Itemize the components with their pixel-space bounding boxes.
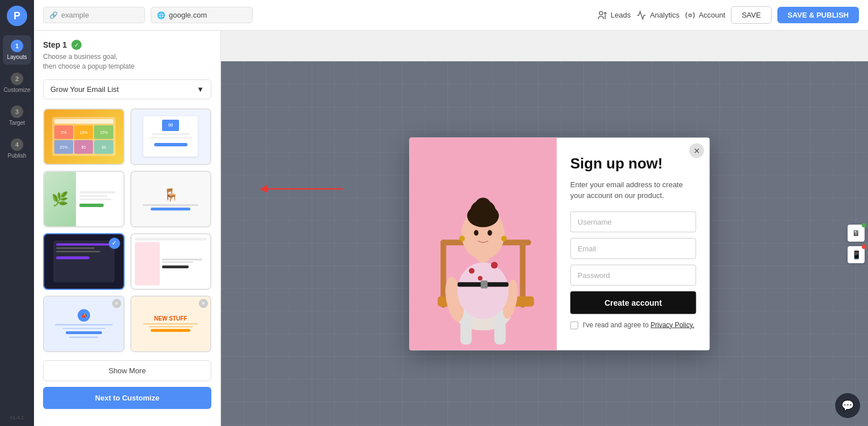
step-number-4: 4 bbox=[11, 138, 23, 151]
svg-point-27 bbox=[469, 268, 475, 273]
step-header: Step 1 ✓ bbox=[43, 40, 211, 50]
template-card-1[interactable]: 5% 10% 15% 20% $5 $8 bbox=[43, 108, 125, 165]
example-url-bar[interactable]: 🔗 example bbox=[43, 7, 145, 23]
privacy-policy-link[interactable]: Privacy Policy. bbox=[650, 320, 694, 328]
svg-point-23 bbox=[459, 235, 465, 241]
sidebar-item-publish[interactable]: 4 Publish bbox=[3, 134, 31, 163]
step-check-icon: ✓ bbox=[71, 40, 82, 50]
privacy-checkbox[interactable] bbox=[571, 321, 578, 329]
template-card-6[interactable] bbox=[130, 233, 212, 290]
account-icon bbox=[685, 10, 695, 20]
sidebar-label-publish: Publish bbox=[8, 153, 27, 159]
step-number-2: 2 bbox=[11, 73, 23, 85]
domain-url-text: google.com bbox=[169, 11, 207, 19]
privacy-checkbox-row: I've read and agree to Privacy Policy. bbox=[571, 320, 696, 329]
template-card-2[interactable]: ✉ bbox=[130, 108, 212, 165]
save-button[interactable]: SAVE bbox=[731, 6, 772, 24]
layout-panel: Step 1 ✓ Choose a business goal, then ch… bbox=[34, 31, 221, 426]
monitor-icon: 🖥 bbox=[852, 229, 860, 238]
popup-content: ✕ Sign up now! Enter your email address … bbox=[557, 137, 710, 350]
close-badge-icon: ✕ bbox=[112, 299, 121, 308]
save-publish-button[interactable]: SAVE & PUBLISH bbox=[777, 7, 859, 23]
popup-modal: ✕ Sign up now! Enter your email address … bbox=[410, 137, 710, 350]
sidebar-item-layouts[interactable]: 1 Layouts bbox=[3, 35, 31, 65]
template-grid: 5% 10% 15% 20% $5 $8 bbox=[43, 108, 211, 352]
svg-point-29 bbox=[478, 276, 483, 280]
right-float-icons: 🖥 📱 bbox=[848, 225, 868, 263]
arrow-pointer bbox=[255, 180, 346, 197]
svg-point-0 bbox=[599, 11, 602, 15]
account-nav-item[interactable]: Account bbox=[685, 10, 725, 20]
analytics-icon bbox=[636, 10, 646, 20]
step-subtitle: Choose a business goal, then choose a po… bbox=[43, 52, 211, 71]
sidebar-label-layouts: Layouts bbox=[7, 54, 27, 60]
sidebar-label-customize: Customize bbox=[3, 87, 30, 93]
step-number-1: 1 bbox=[11, 40, 23, 52]
leads-nav-item[interactable]: Leads bbox=[597, 10, 631, 20]
leads-label: Leads bbox=[611, 11, 631, 19]
popup-image-panel bbox=[410, 137, 557, 350]
app-logo[interactable]: P bbox=[7, 6, 27, 26]
popup-close-button[interactable]: ✕ bbox=[690, 143, 704, 158]
dropdown-value: Grow Your Email List bbox=[50, 85, 119, 94]
create-account-button[interactable]: Create account bbox=[571, 291, 696, 314]
sidebar-item-target[interactable]: 3 Target bbox=[3, 101, 31, 130]
template-card-7[interactable]: ✕ 📣 bbox=[43, 296, 125, 352]
template-card-5[interactable]: ✓ bbox=[43, 233, 125, 290]
topbar: 🔗 example 🌐 google.com Leads Analytics A… bbox=[34, 0, 868, 31]
step-label: Step 1 bbox=[43, 40, 67, 49]
sidebar-label-target: Target bbox=[9, 120, 25, 126]
svg-rect-26 bbox=[481, 280, 488, 288]
username-input[interactable] bbox=[571, 211, 696, 232]
svg-marker-4 bbox=[259, 185, 267, 193]
close-badge-icon-2: ✕ bbox=[199, 299, 208, 308]
account-label: Account bbox=[699, 11, 725, 19]
step-number-3: 3 bbox=[11, 106, 23, 118]
svg-point-1 bbox=[604, 12, 606, 14]
sidebar-item-customize[interactable]: 2 Customize bbox=[3, 68, 31, 98]
email-input[interactable] bbox=[571, 238, 696, 259]
selected-check-icon: ✓ bbox=[109, 238, 120, 249]
left-sidebar: P 1 Layouts 2 Customize 3 Target 4 Publi… bbox=[0, 0, 34, 426]
example-url-text: example bbox=[61, 11, 89, 19]
svg-point-28 bbox=[491, 261, 498, 268]
mobile-icon: 📱 bbox=[852, 250, 861, 259]
mobile-view-icon[interactable]: 📱 bbox=[848, 246, 865, 263]
svg-point-15 bbox=[458, 262, 509, 319]
popup-description: Enter your email address to create your … bbox=[571, 179, 696, 201]
template-card-8[interactable]: ✕ NEW STUFF bbox=[130, 296, 212, 352]
svg-point-20 bbox=[475, 197, 491, 213]
canvas-area: ✕ Sign up now! Enter your email address … bbox=[221, 61, 868, 426]
person-illustration bbox=[410, 137, 557, 350]
svg-point-24 bbox=[501, 235, 507, 241]
desktop-view-icon[interactable]: 🖥 bbox=[848, 225, 865, 242]
domain-url-bar[interactable]: 🌐 google.com bbox=[151, 7, 253, 23]
goal-dropdown[interactable]: Grow Your Email List ▼ bbox=[43, 79, 211, 99]
popup-title: Sign up now! bbox=[571, 154, 696, 172]
analytics-label: Analytics bbox=[650, 11, 679, 19]
svg-point-21 bbox=[474, 230, 479, 235]
show-more-button[interactable]: Show More bbox=[43, 360, 211, 381]
close-icon: ✕ bbox=[693, 146, 700, 155]
svg-point-22 bbox=[488, 230, 492, 235]
panel-content: Step 1 ✓ Choose a business goal, then ch… bbox=[34, 31, 220, 426]
version-label: v1.4.1 bbox=[10, 415, 24, 426]
template-card-4[interactable]: 🪑 bbox=[130, 171, 212, 227]
template-card-3[interactable]: 🌿 bbox=[43, 171, 125, 227]
chat-icon: 💬 bbox=[841, 399, 854, 412]
analytics-nav-item[interactable]: Analytics bbox=[636, 10, 679, 20]
password-input[interactable] bbox=[571, 264, 696, 285]
chat-button[interactable]: 💬 bbox=[835, 393, 860, 418]
leads-icon bbox=[597, 10, 607, 20]
chevron-down-icon: ▼ bbox=[197, 85, 204, 94]
svg-point-2 bbox=[689, 14, 692, 16]
privacy-text: I've read and agree to Privacy Policy. bbox=[583, 320, 695, 328]
next-to-customize-button[interactable]: Next to Customize bbox=[43, 387, 211, 409]
inactive-dot bbox=[862, 244, 866, 249]
active-dot bbox=[862, 223, 866, 227]
